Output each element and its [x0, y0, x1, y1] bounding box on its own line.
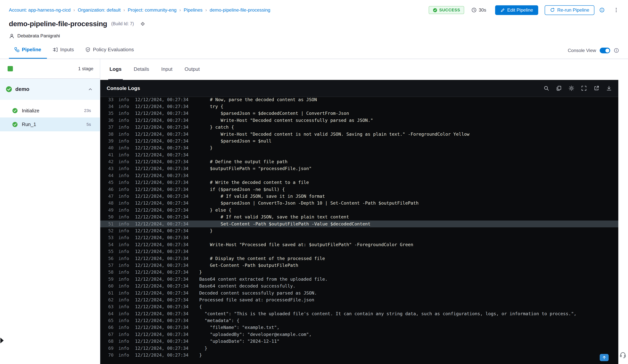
stage-count: 1 stage [78, 66, 93, 71]
log-line: 41info12/12/2024, 00:27:34 [108, 151, 618, 158]
line-number[interactable]: 54 [108, 241, 114, 248]
step-run-1[interactable]: Run_1 5s [0, 118, 100, 131]
log-text: Processed file saved at: processedFile.j… [199, 296, 314, 303]
line-number[interactable]: 44 [108, 172, 114, 179]
tab-inputs[interactable]: Inputs [47, 47, 79, 59]
line-number[interactable]: 68 [108, 338, 114, 345]
stage-group-demo[interactable]: demo [0, 79, 100, 100]
sidebar-expand-handle[interactable] [0, 336, 5, 345]
log-level: info [118, 110, 129, 117]
breadcrumb-link-project[interactable]: Project: community-eng [128, 7, 176, 13]
line-number[interactable]: 69 [108, 345, 114, 352]
search-icon[interactable] [544, 85, 549, 91]
status-badge-label: SUCCESS [439, 8, 460, 12]
log-line: 40info12/12/2024, 00:27:34 } [108, 145, 618, 151]
log-line: 45info12/12/2024, 00:27:34 # Write the d… [108, 179, 618, 186]
log-level: info [118, 303, 129, 310]
line-number[interactable]: 49 [108, 207, 114, 214]
line-number[interactable]: 58 [108, 269, 114, 276]
tab-policy-evaluations[interactable]: Policy Evaluations [79, 47, 140, 59]
line-number[interactable]: 55 [108, 248, 114, 255]
log-timestamp: 12/12/2024, 00:27:34 [135, 117, 189, 124]
line-number[interactable]: 39 [108, 138, 114, 145]
line-number[interactable]: 59 [108, 276, 114, 283]
line-number[interactable]: 35 [108, 110, 114, 117]
log-timestamp: 12/12/2024, 00:27:34 [135, 172, 189, 179]
line-number[interactable]: 52 [108, 227, 114, 234]
line-number[interactable]: 40 [108, 145, 114, 151]
line-number[interactable]: 38 [108, 131, 114, 138]
download-icon[interactable] [606, 85, 612, 91]
breadcrumb-link-pipelines[interactable]: Pipelines [184, 7, 202, 13]
log-line: 54info12/12/2024, 00:27:34 Write-Host "P… [108, 241, 618, 248]
log-level: info [118, 338, 129, 345]
log-text: } [199, 145, 212, 151]
console-view-info-icon[interactable] [614, 48, 619, 53]
console-view-toggle[interactable] [600, 48, 610, 53]
line-number[interactable]: 47 [108, 193, 114, 200]
log-line: 36info12/12/2024, 00:27:34 Write-Host "D… [108, 117, 618, 124]
line-number[interactable]: 56 [108, 255, 114, 262]
line-number[interactable]: 57 [108, 262, 114, 269]
more-options-icon[interactable] [613, 7, 619, 13]
line-number[interactable]: 66 [108, 324, 114, 331]
log-level: info [118, 290, 129, 296]
tab-input[interactable]: Input [160, 59, 174, 80]
breadcrumb-separator: › [123, 7, 125, 13]
log-timestamp: 12/12/2024, 00:27:34 [135, 158, 189, 165]
scroll-to-top-button[interactable] [600, 354, 609, 361]
line-number[interactable]: 46 [108, 186, 114, 193]
open-in-new-icon[interactable] [594, 85, 599, 91]
line-number[interactable]: 67 [108, 331, 114, 338]
log-line: 58info12/12/2024, 00:27:34} [108, 269, 618, 276]
page-title: demo-pipeline-file-processing [9, 20, 107, 28]
rerun-pipeline-button[interactable]: Re-run Pipeline [545, 5, 594, 15]
line-number[interactable]: 70 [108, 352, 114, 359]
log-timestamp: 12/12/2024, 00:27:34 [135, 227, 189, 234]
breadcrumb-link-pipeline[interactable]: demo-pipeline-file-processing [210, 7, 270, 13]
line-number[interactable]: 33 [108, 97, 114, 103]
tab-logs[interactable]: Logs [108, 59, 123, 80]
log-line: 66info12/12/2024, 00:27:34 "fileName": "… [108, 324, 618, 331]
line-number[interactable]: 45 [108, 179, 114, 186]
info-icon[interactable] [599, 7, 605, 13]
edit-pipeline-button[interactable]: Edit Pipeline [495, 5, 538, 15]
line-number[interactable]: 42 [108, 158, 114, 165]
line-number[interactable]: 62 [108, 296, 114, 303]
log-text: Write-Host "Processed file saved at: $ou… [199, 241, 413, 248]
line-number[interactable]: 65 [108, 317, 114, 324]
tab-details[interactable]: Details [133, 59, 150, 80]
line-number[interactable]: 50 [108, 214, 114, 220]
line-number[interactable]: 64 [108, 310, 114, 317]
support-headset-icon[interactable] [620, 352, 626, 358]
line-number[interactable]: 43 [108, 165, 114, 172]
line-number[interactable]: 51 [108, 220, 114, 227]
breadcrumb-link-organization[interactable]: Organization: default [78, 7, 121, 13]
log-level: info [118, 276, 129, 283]
copy-icon[interactable] [556, 85, 562, 91]
breadcrumb-link-account[interactable]: Account: app-harness-ng-cicd [9, 7, 71, 13]
success-check-icon [433, 8, 437, 12]
line-number[interactable]: 36 [108, 117, 114, 124]
log-text: Write-Host "Decoded content successfully… [199, 117, 373, 124]
log-text: Set-Content -Path $outputFilePath -Value… [199, 220, 370, 227]
step-initialize[interactable]: Initialize 23s [0, 104, 100, 118]
line-number[interactable]: 41 [108, 151, 114, 158]
log-text: } catch { [199, 124, 234, 131]
line-number[interactable]: 60 [108, 283, 114, 290]
log-text: Base64 content extracted from the upload… [199, 276, 327, 283]
tab-output[interactable]: Output [183, 59, 201, 80]
log-level: info [118, 317, 129, 324]
line-number[interactable]: 61 [108, 290, 114, 296]
step-duration: 23s [84, 108, 91, 113]
fullscreen-icon[interactable] [581, 85, 587, 91]
log-line: 43info12/12/2024, 00:27:34 $outputFilePa… [108, 165, 618, 172]
line-number[interactable]: 63 [108, 303, 114, 310]
line-number[interactable]: 53 [108, 234, 114, 241]
log-line: 68info12/12/2024, 00:27:34 "uploadDate":… [108, 338, 618, 345]
line-number[interactable]: 37 [108, 124, 114, 131]
settings-gear-icon[interactable] [569, 85, 574, 91]
line-number[interactable]: 48 [108, 200, 114, 207]
tab-pipeline[interactable]: Pipeline [9, 47, 47, 59]
line-number[interactable]: 34 [108, 103, 114, 110]
